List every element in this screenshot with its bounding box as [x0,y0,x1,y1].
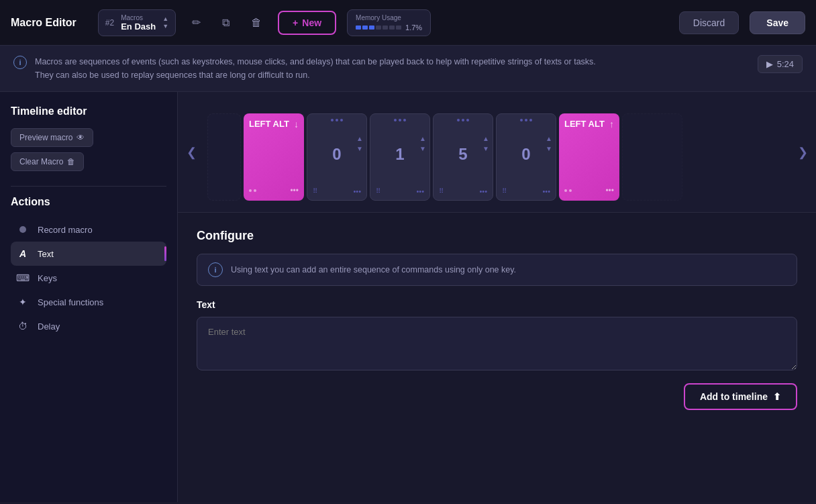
event-menu-0[interactable]: ••• [353,187,361,195]
sidebar-item-delay[interactable]: ⏱ Delay [11,314,166,338]
sidebar: Timeline editor Preview macro 👁 Clear Ma… [0,92,178,502]
sidebar-item-text[interactable]: A Text [11,242,166,266]
copy-macro-button[interactable]: ⧉ [217,14,235,32]
event-menu-3[interactable]: ••• [542,187,550,195]
preview-label: Preview macro [19,133,72,142]
right-panel: ❮ LEFT ALT ↓ ••• [178,92,816,502]
event-drag-2: ⠿ [439,187,444,195]
timeline-next[interactable]: ❯ [789,145,816,160]
macro-arrows[interactable]: ▲ ▼ [162,16,168,30]
clear-macro-button[interactable]: Clear Macro 🗑 [11,152,84,171]
add-to-timeline-button[interactable]: Add to timeline ⬆ [684,383,797,410]
configure-info-text: Using text you can add an entire sequenc… [231,265,516,274]
delete-macro-button[interactable]: 🗑 [246,14,267,32]
clear-label: Clear Macro [19,157,63,166]
sidebar-item-record[interactable]: Record macro [11,217,166,242]
delay-icon: ⏱ [16,321,30,332]
info-banner: i Macros are sequences of events (such a… [0,46,816,92]
mem-seg-5 [382,26,388,30]
event-card-0: 0 ▲ ▼ ⠿ ••• [307,113,367,201]
macro-down-arrow[interactable]: ▼ [162,23,168,30]
sidebar-item-special[interactable]: ✦ Special functions [11,290,166,314]
keys-label: Keys [38,273,57,283]
record-label: Record macro [38,225,93,235]
app-title: Macro Editor [11,17,76,29]
event-down-0[interactable]: ▼ [356,144,364,153]
key-label-right: LEFT ALT [564,119,605,130]
text-input-field[interactable] [197,317,797,370]
timeline-prev[interactable]: ❮ [178,145,205,160]
add-timeline-label: Add to timeline [700,391,768,402]
mem-seg-7 [396,26,401,30]
trash-icon: 🗑 [67,157,75,166]
event-up-2[interactable]: ▲ [482,134,490,143]
button-row: Add to timeline ⬆ [197,372,797,410]
event-drag-1: ⠿ [376,187,380,195]
configure-title: Configure [197,229,797,243]
text-icon: A [16,248,30,259]
key-up-arrow-right: ↑ [609,119,614,130]
play-button[interactable]: ▶ 5:24 [758,55,803,73]
event-down-1[interactable]: ▼ [419,144,427,153]
macro-selector: #2 Macros En Dash ▲ ▼ [98,9,176,36]
empty-slot-start [207,113,241,201]
event-down-3[interactable]: ▼ [545,144,553,153]
save-button[interactable]: Save [750,11,805,34]
info-line-2: They can also be used to replay sequence… [35,68,750,82]
new-macro-button[interactable]: + New [278,11,336,35]
preview-macro-button[interactable]: Preview macro 👁 [11,128,93,147]
play-icon: ▶ [766,59,773,69]
event-up-0[interactable]: ▲ [356,134,364,143]
special-icon: ✦ [16,297,30,307]
timeline-track: LEFT ALT ↓ ••• 0 [205,99,789,206]
event-up-3[interactable]: ▲ [545,134,553,143]
config-info-icon: i [208,262,223,277]
memory-usage-box: Memory Usage 1.7% [347,9,431,36]
edit-macro-button[interactable]: ✏ [187,13,206,32]
special-label: Special functions [38,297,103,307]
macro-name: En Dash [121,21,156,32]
divider [11,186,166,187]
text-label: Text [38,249,54,259]
plus-icon: + [293,17,298,28]
event-menu-2[interactable]: ••• [479,187,487,195]
empty-slot-end [622,113,682,201]
event-drag-3: ⠿ [502,187,507,195]
mem-seg-2 [362,26,368,30]
key-menu-right[interactable]: ••• [605,186,614,195]
add-timeline-icon: ⬆ [773,391,781,402]
event-card-3: 0 ▲ ▼ ⠿ ••• [496,113,556,201]
play-time: 5:24 [777,59,794,69]
memory-label: Memory Usage [356,14,422,21]
key-drag-dots-right [564,186,572,195]
actions-title: Actions [11,196,166,208]
event-menu-1[interactable]: ••• [416,187,424,195]
macro-up-arrow[interactable]: ▲ [162,16,168,22]
event-value-2: 5 [458,123,467,185]
event-down-2[interactable]: ▼ [482,144,490,153]
key-card-left-alt[interactable]: LEFT ALT ↓ ••• [244,113,304,201]
event-card-1: 1 ▲ ▼ ⠿ ••• [370,113,430,201]
event-value-0: 0 [332,123,341,185]
sidebar-item-keys[interactable]: ⌨ Keys [11,266,166,290]
event-value-3: 0 [521,123,530,185]
key-menu-left[interactable]: ••• [290,186,299,195]
new-btn-label: New [302,17,321,28]
eye-icon: 👁 [76,133,85,142]
text-field-label: Text [197,299,797,310]
clear-row: Clear Macro 🗑 [11,152,166,171]
event-drag-0: ⠿ [313,187,317,195]
keyboard-icon: ⌨ [16,272,30,283]
event-up-1[interactable]: ▲ [419,134,427,143]
event-value-1: 1 [395,123,404,185]
mem-seg-6 [389,26,395,30]
configure-info: i Using text you can add an entire seque… [197,254,797,286]
delay-label: Delay [38,321,60,332]
info-text: Macros are sequences of events (such as … [35,55,750,82]
key-card-right-alt[interactable]: LEFT ALT ↑ ••• [559,113,619,201]
discard-button[interactable]: Discard [679,11,739,34]
record-icon [16,224,30,235]
key-down-arrow-left: ↓ [294,119,299,130]
macros-label: Macros [121,14,156,21]
macro-info: Macros En Dash [121,14,156,32]
